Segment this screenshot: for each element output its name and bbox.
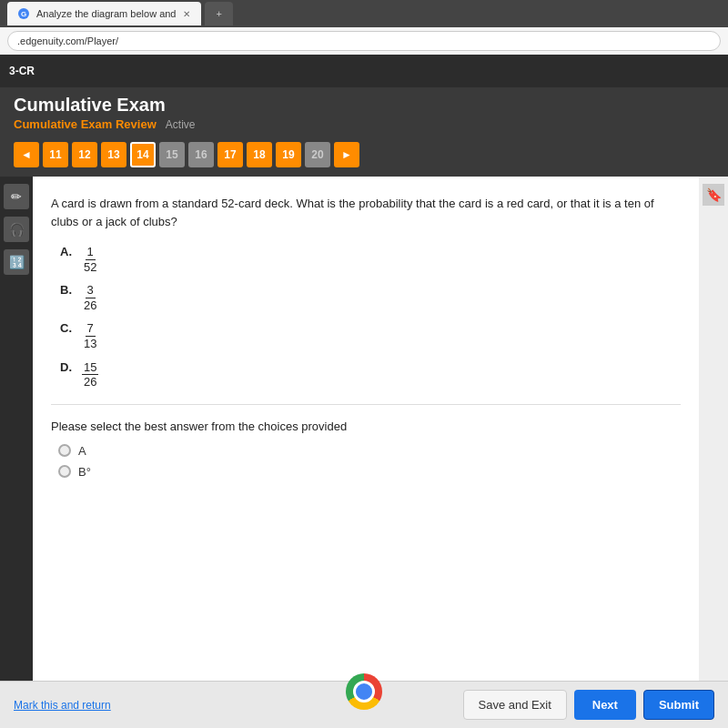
choice-c-denominator: 13 [82, 337, 98, 351]
tab-title: Analyze the diagram below and [36, 8, 176, 19]
new-tab-button[interactable]: + [205, 2, 232, 25]
save-exit-button[interactable]: Save and Exit [463, 690, 567, 720]
page-14-button[interactable]: 14 [130, 142, 156, 167]
choice-d-fraction: 15 26 [82, 360, 98, 389]
page-11-button[interactable]: 11 [43, 142, 68, 167]
choice-b-fraction: 3 26 [82, 283, 98, 312]
choice-b-label: B. [60, 283, 82, 297]
choice-c-numerator: 7 [86, 321, 96, 337]
choice-d: D. 15 26 [60, 360, 681, 389]
bookmark-icon[interactable]: 🔖 [703, 184, 724, 206]
choice-c: C. 7 13 [60, 321, 681, 350]
choice-a: A. 1 52 [60, 245, 681, 274]
page-15-button[interactable]: 15 [159, 142, 185, 167]
page-19-button[interactable]: 19 [276, 142, 301, 167]
page-13-button[interactable]: 13 [101, 142, 126, 167]
headphone-icon[interactable]: 🎧 [4, 217, 29, 242]
next-page-button[interactable]: ► [334, 142, 359, 167]
page-12-button[interactable]: 12 [72, 142, 97, 167]
choice-a-denominator: 52 [82, 260, 98, 275]
exam-header: Cumulative Exam Cumulative Exam Review A… [0, 87, 728, 138]
page-17-button[interactable]: 17 [217, 142, 243, 167]
choice-b: B. 3 26 [60, 283, 681, 312]
browser-tab[interactable]: G Analyze the diagram below and ✕ [7, 2, 201, 25]
choice-a-fraction: 1 52 [82, 245, 98, 274]
right-sidebar: 🔖 [699, 177, 728, 681]
choice-d-denominator: 26 [82, 375, 98, 389]
choice-a-label: A. [60, 245, 82, 258]
radio-a-circle [58, 444, 71, 457]
pagination-bar: ◄ 11 12 13 14 15 16 17 18 19 20 ► [0, 138, 728, 177]
next-button[interactable]: Next [574, 690, 636, 720]
chrome-logo-area [346, 673, 382, 710]
pencil-icon[interactable]: ✏ [4, 184, 29, 209]
page-20-button[interactable]: 20 [305, 142, 330, 167]
address-bar-row: .edgenuity.com/Player/ [0, 27, 728, 55]
answer-choices: A. 1 52 B. 3 26 C. [60, 245, 681, 389]
radio-a-label: A [78, 444, 86, 458]
mark-return-link[interactable]: Mark this and return [14, 699, 111, 712]
question-text: A card is drawn from a standard 52-card … [51, 195, 681, 230]
radio-option-a[interactable]: A [58, 444, 681, 458]
course-label: 3-CR [9, 65, 35, 77]
radio-b-circle [58, 465, 71, 478]
question-area: A card is drawn from a standard 52-card … [33, 177, 699, 681]
left-sidebar: ✏ 🎧 🔢 [0, 177, 33, 681]
choice-d-label: D. [60, 360, 82, 374]
prev-page-button[interactable]: ◄ [14, 142, 39, 167]
calculator-icon[interactable]: 🔢 [4, 249, 29, 275]
choice-b-numerator: 3 [86, 283, 96, 298]
radio-b-label: B° [78, 465, 91, 479]
tab-close-icon[interactable]: ✕ [183, 9, 190, 19]
exam-subtitle: Cumulative Exam Review [14, 117, 157, 131]
address-bar[interactable]: .edgenuity.com/Player/ [7, 31, 721, 51]
tab-bar: G Analyze the diagram below and ✕ + [0, 0, 728, 27]
choice-b-denominator: 26 [82, 298, 98, 313]
google-icon: G [18, 8, 29, 19]
exam-title: Cumulative Exam [14, 95, 714, 116]
radio-option-b[interactable]: B° [58, 465, 681, 479]
top-nav: 3-CR [0, 55, 728, 87]
divider [51, 404, 681, 405]
page-16-button[interactable]: 16 [188, 142, 214, 167]
address-text: .edgenuity.com/Player/ [17, 35, 118, 46]
radio-group: A B° [58, 444, 681, 479]
active-badge: Active [166, 118, 196, 131]
choice-c-label: C. [60, 321, 82, 335]
select-instruction: Please select the best answer from the c… [51, 420, 681, 433]
browser-chrome: G Analyze the diagram below and ✕ + .edg… [0, 0, 728, 55]
submit-button[interactable]: Submit [643, 690, 714, 720]
page-18-button[interactable]: 18 [247, 142, 272, 167]
chrome-logo [346, 673, 382, 710]
choice-d-numerator: 15 [82, 360, 98, 376]
choice-a-numerator: 1 [86, 245, 96, 260]
action-buttons: Save and Exit Next Submit [463, 690, 714, 720]
choice-c-fraction: 7 13 [82, 321, 98, 350]
